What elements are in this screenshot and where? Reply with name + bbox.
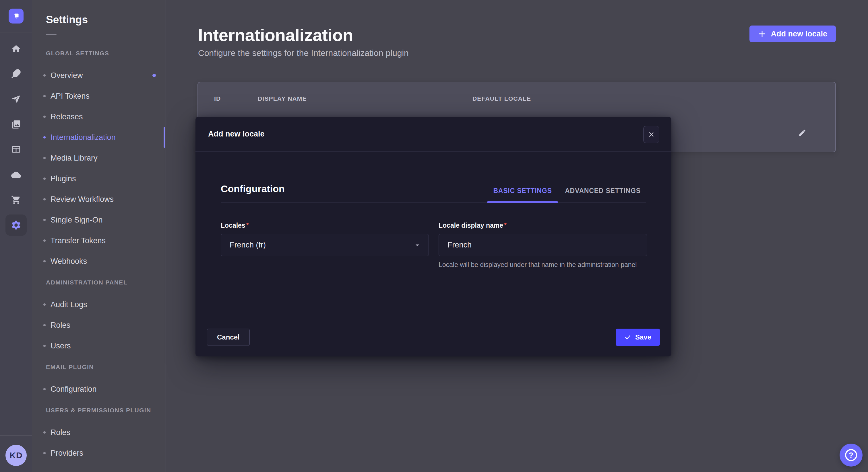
display-name-label-text: Locale display name	[439, 222, 507, 229]
configuration-section-title: Configuration	[221, 183, 285, 194]
notification-dot	[152, 74, 156, 77]
app-root: KD Settings GLOBAL SETTINGSOverviewAPI T…	[0, 0, 868, 472]
content-type-builder-icon[interactable]	[9, 142, 23, 156]
sidebar-item-transfer-tokens[interactable]: Transfer Tokens	[32, 230, 166, 251]
sidebar-item-api-tokens[interactable]: API Tokens	[32, 86, 166, 106]
add-locale-modal: Add new locale Configuration BASIC SETTI…	[195, 117, 671, 357]
add-new-locale-label: Add new locale	[771, 30, 827, 38]
page-title: Internationalization	[198, 25, 353, 45]
sidebar-item-label: Roles	[51, 321, 70, 330]
sidebar-item-label: Media Library	[51, 154, 98, 163]
sidebar-item-releases[interactable]: Releases	[32, 106, 166, 127]
bullet-icon	[43, 303, 45, 306]
marketplace-cart-icon[interactable]	[9, 193, 23, 207]
modal-footer-divider	[195, 320, 671, 320]
sidebar-item-configuration[interactable]: Configuration	[32, 379, 166, 400]
sidebar-item-label: API Tokens	[51, 92, 90, 101]
bullet-icon	[43, 198, 45, 200]
sidebar-section: ADMINISTRATION PANELAudit LogsRolesUsers	[32, 272, 166, 356]
strapi-logo-icon	[11, 11, 21, 21]
plus-icon	[758, 30, 766, 38]
sidebar-item-webhooks[interactable]: Webhooks	[32, 251, 166, 272]
bullet-icon	[43, 452, 45, 454]
active-tab-underline	[487, 201, 558, 203]
sidebar-item-providers[interactable]: Providers	[32, 443, 166, 463]
close-icon[interactable]	[643, 126, 659, 143]
settings-title: Settings	[46, 14, 88, 26]
sidebar-item-single-sign-on[interactable]: Single Sign-On	[32, 210, 166, 230]
save-button-label: Save	[635, 333, 651, 341]
tabs-divider	[221, 202, 646, 203]
bullet-icon	[43, 239, 45, 242]
sidebar-item-label: Providers	[51, 449, 83, 458]
bullet-icon	[43, 157, 45, 159]
locales-label: Locales	[221, 222, 249, 229]
deploy-cloud-icon[interactable]	[9, 168, 23, 182]
sidebar-item-label: Roles	[51, 428, 70, 437]
column-header-default-locale: DEFAULT LOCALE	[472, 95, 835, 102]
column-header-id: ID	[214, 95, 258, 102]
sidebar-item-internationalization[interactable]: Internationalization	[32, 127, 166, 148]
sidebar-item-label: Users	[51, 341, 71, 350]
tab-basic-settings[interactable]: BASIC SETTINGS	[487, 187, 558, 195]
sidebar-section: GLOBAL SETTINGSOverviewAPI TokensRelease…	[32, 42, 166, 272]
home-icon[interactable]	[9, 42, 23, 56]
sidebar-item-label: Releases	[51, 112, 83, 121]
modal-title: Add new locale	[208, 130, 265, 138]
settings-subnav: Settings GLOBAL SETTINGSOverviewAPI Toke…	[32, 0, 166, 472]
sidebar-item-users[interactable]: Users	[32, 336, 166, 356]
bullet-icon	[43, 324, 45, 326]
bullet-icon	[43, 136, 45, 138]
sidebar-item-label: Single Sign-On	[51, 216, 103, 225]
table-header-row: ID DISPLAY NAME DEFAULT LOCALE	[198, 82, 835, 115]
bullet-icon	[43, 388, 45, 390]
title-rule	[46, 34, 57, 35]
sidebar-item-label: Transfer Tokens	[51, 236, 105, 245]
cancel-button[interactable]: Cancel	[207, 329, 250, 346]
bullet-icon	[43, 431, 45, 434]
sidebar-section-heading: USERS & PERMISSIONS PLUGIN	[32, 400, 166, 417]
tab-advanced-settings[interactable]: ADVANCED SETTINGS	[564, 187, 641, 195]
edit-pencil-icon[interactable]	[798, 129, 807, 138]
bullet-icon	[43, 345, 45, 347]
sidebar-item-label: Audit Logs	[51, 300, 87, 309]
sidebar-section-heading: EMAIL PLUGIN	[32, 356, 166, 373]
modal-header: Add new locale	[195, 117, 671, 152]
sidebar-item-overview[interactable]: Overview	[32, 65, 166, 86]
check-icon	[624, 334, 631, 341]
main-nav-rail: KD	[0, 0, 32, 472]
sidebar-item-label: Review Workflows	[51, 195, 114, 204]
sidebar-item-label: Configuration	[51, 385, 97, 394]
sidebar-item-media-library[interactable]: Media Library	[32, 148, 166, 168]
page-subtitle: Configure the settings for the Internati…	[198, 48, 409, 58]
save-button[interactable]: Save	[616, 329, 660, 346]
media-library-icon[interactable]	[9, 117, 23, 131]
content-manager-feather-icon[interactable]	[9, 67, 23, 80]
sidebar-item-label: Overview	[51, 71, 83, 80]
sidebar-section: USERS & PERMISSIONS PLUGINRolesProviders	[32, 400, 166, 463]
sidebar-item-roles[interactable]: Roles	[32, 422, 166, 443]
paper-plane-icon[interactable]	[9, 93, 23, 106]
rail-divider-bottom	[0, 435, 32, 436]
settings-gear-icon[interactable]	[5, 214, 27, 236]
sidebar-item-plugins[interactable]: Plugins	[32, 168, 166, 189]
bullet-icon	[43, 74, 45, 76]
display-name-helper: Locale will be displayed under that name…	[439, 260, 648, 269]
sidebar-item-roles[interactable]: Roles	[32, 315, 166, 336]
sidebar-item-audit-logs[interactable]: Audit Logs	[32, 294, 166, 315]
column-header-display-name: DISPLAY NAME	[258, 95, 472, 102]
help-button[interactable]: ?	[840, 444, 863, 467]
bullet-icon	[43, 260, 45, 262]
strapi-logo[interactable]	[9, 9, 24, 24]
add-new-locale-button[interactable]: Add new locale	[749, 26, 836, 42]
sidebar-item-label: Internationalization	[51, 133, 116, 142]
bullet-icon	[43, 95, 45, 97]
avatar[interactable]: KD	[5, 445, 27, 466]
locales-select[interactable]: French (fr)	[221, 234, 429, 256]
sidebar-section-heading: ADMINISTRATION PANEL	[32, 272, 166, 289]
sidebar-section: EMAIL PLUGINConfiguration	[32, 356, 166, 400]
bullet-icon	[43, 115, 45, 118]
sidebar-item-review-workflows[interactable]: Review Workflows	[32, 189, 166, 210]
locales-label-text: Locales	[221, 222, 249, 229]
display-name-input[interactable]	[439, 234, 647, 256]
